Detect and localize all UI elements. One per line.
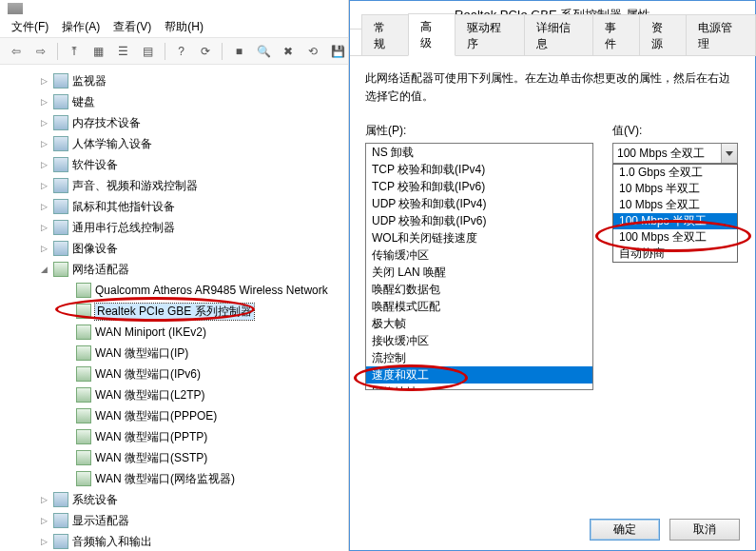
show-grid-button[interactable]: ▦: [88, 41, 109, 62]
property-item[interactable]: NS 卸载: [366, 144, 592, 161]
property-item[interactable]: UDP 校验和卸载(IPv6): [366, 212, 592, 229]
tree-node[interactable]: ▷声音、视频和游戏控制器: [4, 175, 348, 196]
tree-node[interactable]: WAN 微型端口(IP): [4, 343, 348, 364]
expand-icon[interactable]: ▷: [38, 75, 49, 87]
tree-node[interactable]: ◢网络适配器: [4, 259, 348, 280]
tree-node[interactable]: ▷内存技术设备: [4, 112, 348, 133]
expand-icon[interactable]: ▷: [38, 117, 49, 128]
device-tree[interactable]: ▷监视器▷键盘▷内存技术设备▷人体学输入设备▷软件设备▷声音、视频和游戏控制器▷…: [0, 65, 348, 551]
tree-node-label: 监视器: [72, 73, 107, 89]
cancel-button[interactable]: 取消: [669, 519, 740, 541]
network-adapter-icon: [76, 450, 91, 465]
stop-button[interactable]: ■: [228, 41, 249, 62]
dropdown-option[interactable]: 1.0 Gbps 全双工: [613, 165, 737, 181]
tab-3[interactable]: 详细信息: [524, 14, 594, 56]
expand-icon[interactable]: ▷: [38, 138, 49, 149]
no-expander: [61, 305, 72, 317]
tab-4[interactable]: 事件: [592, 14, 640, 56]
tree-node[interactable]: WAN 微型端口(网络监视器): [4, 468, 348, 489]
expand-icon[interactable]: ▷: [38, 494, 49, 505]
ok-button[interactable]: 确定: [590, 519, 660, 541]
tree-node-label: 网络适配器: [72, 262, 129, 278]
menu-action[interactable]: 操作(A): [56, 17, 106, 37]
tree-node[interactable]: ▷鼠标和其他指针设备: [4, 196, 348, 217]
tree-node[interactable]: ▷通用串行总线控制器: [4, 217, 348, 238]
tree-node[interactable]: WAN 微型端口(PPTP): [4, 426, 348, 447]
menu-file[interactable]: 文件(F): [6, 17, 54, 37]
tree-node[interactable]: Realtek PCIe GBE 系列控制器: [4, 301, 348, 322]
chevron-down-icon[interactable]: [721, 144, 737, 163]
tree-node[interactable]: WAN 微型端口(SSTP): [4, 447, 348, 468]
tree-node[interactable]: Qualcomm Atheros AR9485 Wireless Network: [4, 280, 348, 301]
tree-node[interactable]: ▷显示适配器: [4, 510, 348, 531]
dropdown-option[interactable]: 自动协商: [613, 246, 737, 262]
dialog-button-row: 确定 取消: [590, 519, 740, 541]
menu-view[interactable]: 查看(V): [107, 17, 157, 37]
property-item[interactable]: 关闭 LAN 唤醒: [366, 264, 592, 281]
device-icon: [53, 73, 68, 89]
property-item[interactable]: 极大帧: [366, 315, 592, 332]
tree-node[interactable]: ▷音频输入和输出: [4, 531, 348, 551]
dropdown-option[interactable]: 10 Mbps 全双工: [613, 197, 737, 213]
network-adapter-icon: [76, 345, 91, 361]
property-item[interactable]: 唤醒模式匹配: [366, 298, 592, 315]
property-item[interactable]: 唤醒幻数据包: [366, 281, 592, 298]
property-item[interactable]: 网络地址: [366, 384, 592, 390]
tab-1[interactable]: 高级: [408, 13, 456, 56]
detail-2-button[interactable]: ▤: [138, 41, 159, 62]
device-icon: [53, 115, 68, 130]
property-item[interactable]: TCP 校验和卸载(IPv4): [366, 161, 592, 178]
scan-button[interactable]: 🔍: [253, 41, 274, 62]
remove-button[interactable]: ✖: [278, 41, 299, 62]
expand-icon[interactable]: ▷: [38, 536, 49, 547]
detail-1-button[interactable]: ☰: [113, 41, 134, 62]
up-button[interactable]: ⤒: [64, 41, 85, 62]
property-item[interactable]: UDP 校验和卸载(IPv4): [366, 195, 592, 212]
collapse-icon[interactable]: ◢: [38, 264, 49, 275]
expand-icon[interactable]: ▷: [38, 159, 49, 170]
tree-node[interactable]: WAN 微型端口(PPPOE): [4, 405, 348, 426]
tabstrip: 常规高级驱动程序详细信息事件资源电源管理: [350, 30, 755, 56]
property-item[interactable]: 传输缓冲区: [366, 246, 592, 264]
dropdown-option[interactable]: 100 Mbps 半双工: [613, 213, 737, 229]
tree-node[interactable]: WAN 微型端口(L2TP): [4, 384, 348, 405]
tree-node[interactable]: ▷图像设备: [4, 238, 348, 259]
property-listbox[interactable]: NS 卸载TCP 校验和卸载(IPv4)TCP 校验和卸载(IPv6)UDP 校…: [365, 143, 593, 390]
property-item[interactable]: 流控制: [366, 349, 592, 366]
refresh-button[interactable]: ⟳: [195, 41, 216, 62]
tree-node[interactable]: ▷人体学输入设备: [4, 133, 348, 154]
value-combobox[interactable]: 100 Mbps 全双工: [612, 143, 738, 164]
menu-help[interactable]: 帮助(H): [159, 17, 209, 37]
tab-6[interactable]: 电源管理: [686, 14, 756, 56]
expand-icon[interactable]: ▷: [38, 515, 49, 526]
expand-icon[interactable]: ▷: [38, 243, 49, 254]
expand-icon[interactable]: ▷: [38, 222, 49, 233]
tree-node[interactable]: ▷系统设备: [4, 489, 348, 510]
property-item[interactable]: TCP 校验和卸载(IPv6): [366, 178, 592, 195]
expand-icon[interactable]: ▷: [38, 201, 49, 212]
update-button[interactable]: ⟲: [302, 41, 323, 62]
tree-node[interactable]: WAN Miniport (IKEv2): [4, 322, 348, 343]
tree-node[interactable]: ▷软件设备: [4, 154, 348, 175]
tab-5[interactable]: 资源: [639, 14, 687, 56]
dropdown-option[interactable]: 100 Mbps 全双工: [613, 229, 737, 246]
property-item[interactable]: 速度和双工: [366, 366, 592, 384]
help-button[interactable]: ?: [171, 41, 192, 62]
tree-node[interactable]: ▷键盘: [4, 91, 348, 112]
expand-icon[interactable]: ▷: [38, 180, 49, 191]
tree-node[interactable]: ▷监视器: [4, 70, 348, 91]
tab-0[interactable]: 常规: [361, 14, 409, 56]
tree-node-label: Realtek PCIe GBE 系列控制器: [95, 304, 254, 320]
tree-node[interactable]: WAN 微型端口(IPv6): [4, 364, 348, 384]
tab-2[interactable]: 驱动程序: [455, 14, 525, 56]
property-item[interactable]: WOL和关闭链接速度: [366, 229, 592, 246]
value-dropdown-list[interactable]: 1.0 Gbps 全双工10 Mbps 半双工10 Mbps 全双工100 Mb…: [612, 164, 738, 263]
forward-button[interactable]: ⇨: [30, 41, 51, 62]
disk-button[interactable]: 💾: [327, 41, 348, 62]
properties-dialog: Realtek PCIe GBE 系列控制器 属性 常规高级驱动程序详细信息事件…: [349, 0, 756, 551]
tree-node-label: 声音、视频和游戏控制器: [72, 178, 198, 194]
back-button[interactable]: ⇦: [6, 41, 27, 62]
expand-icon[interactable]: ▷: [38, 96, 49, 108]
property-item[interactable]: 接收缓冲区: [366, 332, 592, 349]
dropdown-option[interactable]: 10 Mbps 半双工: [613, 181, 737, 197]
